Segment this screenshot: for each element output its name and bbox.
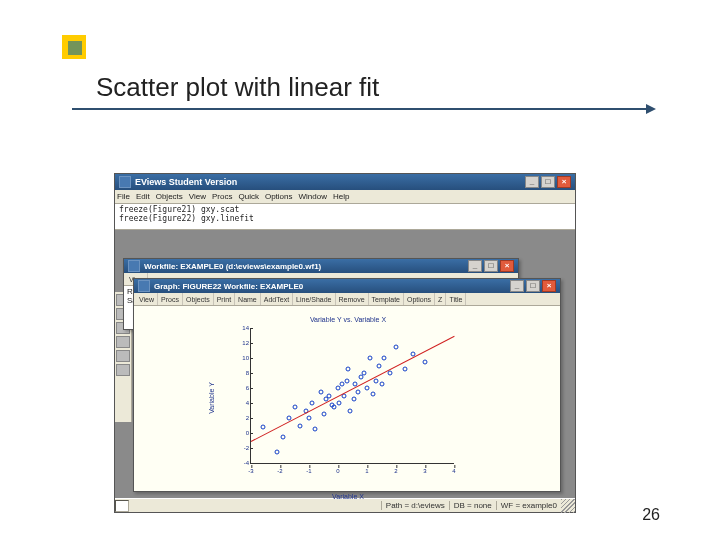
slide-bullet-icon	[62, 35, 86, 59]
data-point	[340, 382, 345, 387]
linear-fit-line	[251, 336, 454, 442]
data-point	[344, 378, 349, 383]
data-point	[370, 392, 375, 397]
gbtn-objects[interactable]: Objects	[183, 293, 214, 305]
gbtn-view[interactable]: View	[136, 293, 158, 305]
gbtn-remove[interactable]: Remove	[336, 293, 369, 305]
workfile-title: Workfile: EXAMPLE0 (d:\eviews\example0.w…	[144, 262, 321, 271]
gbtn-addtext[interactable]: AddText	[261, 293, 293, 305]
plot-area: -4-202468101214-3-2-101234	[250, 328, 454, 464]
document-icon	[128, 260, 140, 272]
gbtn-options[interactable]: Options	[404, 293, 435, 305]
gbtn-procs[interactable]: Procs	[158, 293, 183, 305]
menu-quick[interactable]: Quick	[238, 192, 258, 201]
app-statusbar: Path = d:\eviews DB = none WF = example0	[115, 498, 575, 512]
mdi-workspace: Workfile: EXAMPLE0 (d:\eviews\example0.w…	[115, 230, 575, 498]
minimize-button[interactable]: _	[510, 280, 524, 292]
data-point	[347, 408, 352, 413]
data-point	[367, 356, 372, 361]
gbtn-template[interactable]: Template	[369, 293, 404, 305]
command-input[interactable]: freeze(Figure21) gxy.scat freeze(Figure2…	[115, 204, 575, 230]
graph-toolbar: View Procs Objects Print Name AddText Li…	[134, 293, 560, 306]
menu-procs[interactable]: Procs	[212, 192, 232, 201]
app-menubar: File Edit Objects View Procs Quick Optio…	[115, 190, 575, 204]
close-button[interactable]: ×	[500, 260, 514, 272]
gbtn-title[interactable]: Title	[446, 293, 466, 305]
scatter-chart: Variable Y vs. Variable X Variable Y Var…	[242, 318, 454, 478]
data-point	[346, 367, 351, 372]
data-point	[318, 389, 323, 394]
data-point	[337, 401, 342, 406]
slide-page-number: 26	[642, 506, 660, 524]
status-wf: WF = example0	[496, 501, 561, 510]
graph-window[interactable]: Graph: FIGURE22 Workfile: EXAMPLE0 _ □ ×…	[133, 278, 561, 492]
app-icon	[119, 176, 131, 188]
graph-title: Graph: FIGURE22 Workfile: EXAMPLE0	[154, 282, 303, 291]
status-db: DB = none	[449, 501, 496, 510]
menu-file[interactable]: File	[117, 192, 130, 201]
data-point	[362, 371, 367, 376]
gbtn-z[interactable]: Z	[435, 293, 446, 305]
data-point	[373, 378, 378, 383]
data-point	[423, 359, 428, 364]
data-point	[275, 449, 280, 454]
data-point	[365, 386, 370, 391]
menu-objects[interactable]: Objects	[156, 192, 183, 201]
maximize-button[interactable]: □	[526, 280, 540, 292]
gbtn-name[interactable]: Name	[235, 293, 261, 305]
data-point	[382, 356, 387, 361]
status-path: Path = d:\eviews	[381, 501, 449, 510]
slide-title: Scatter plot with linear fit	[96, 72, 379, 103]
minimize-button[interactable]: _	[468, 260, 482, 272]
maximize-button[interactable]: □	[541, 176, 555, 188]
chart-title: Variable Y vs. Variable X	[242, 316, 454, 323]
data-point	[356, 389, 361, 394]
menu-help[interactable]: Help	[333, 192, 349, 201]
menu-options[interactable]: Options	[265, 192, 293, 201]
minimize-button[interactable]: _	[525, 176, 539, 188]
gbtn-lineshade[interactable]: Line/Shade	[293, 293, 335, 305]
graph-canvas: Variable Y vs. Variable X Variable Y Var…	[134, 306, 560, 491]
gbtn-print[interactable]: Print	[214, 293, 235, 305]
graph-titlebar[interactable]: Graph: FIGURE22 Workfile: EXAMPLE0 _ □ ×	[134, 279, 560, 293]
slide-divider	[72, 108, 648, 110]
maximize-button[interactable]: □	[484, 260, 498, 272]
graph-icon	[138, 280, 150, 292]
data-point	[260, 425, 265, 430]
data-point	[292, 404, 297, 409]
data-point	[327, 393, 332, 398]
app-title: EViews Student Version	[135, 177, 237, 187]
eviews-app-window: EViews Student Version _ □ × File Edit O…	[114, 173, 576, 513]
data-point	[309, 401, 314, 406]
data-point	[336, 386, 341, 391]
data-point	[280, 434, 285, 439]
data-point	[307, 416, 312, 421]
menu-window[interactable]: Window	[299, 192, 327, 201]
menu-view[interactable]: View	[189, 192, 206, 201]
y-axis-label: Variable Y	[208, 382, 215, 414]
resize-grip-icon[interactable]	[561, 499, 575, 513]
data-point	[312, 427, 317, 432]
app-titlebar[interactable]: EViews Student Version _ □ ×	[115, 174, 575, 190]
data-point	[388, 371, 393, 376]
close-button[interactable]: ×	[557, 176, 571, 188]
close-button[interactable]: ×	[542, 280, 556, 292]
data-point	[379, 382, 384, 387]
data-point	[330, 402, 335, 407]
data-point	[351, 397, 356, 402]
status-inset	[115, 500, 129, 512]
data-point	[376, 363, 381, 368]
workfile-titlebar[interactable]: Workfile: EXAMPLE0 (d:\eviews\example0.w…	[124, 259, 518, 273]
data-point	[394, 344, 399, 349]
data-point	[402, 367, 407, 372]
x-axis-label: Variable X	[242, 493, 454, 500]
data-point	[321, 412, 326, 417]
menu-edit[interactable]: Edit	[136, 192, 150, 201]
data-point	[298, 423, 303, 428]
